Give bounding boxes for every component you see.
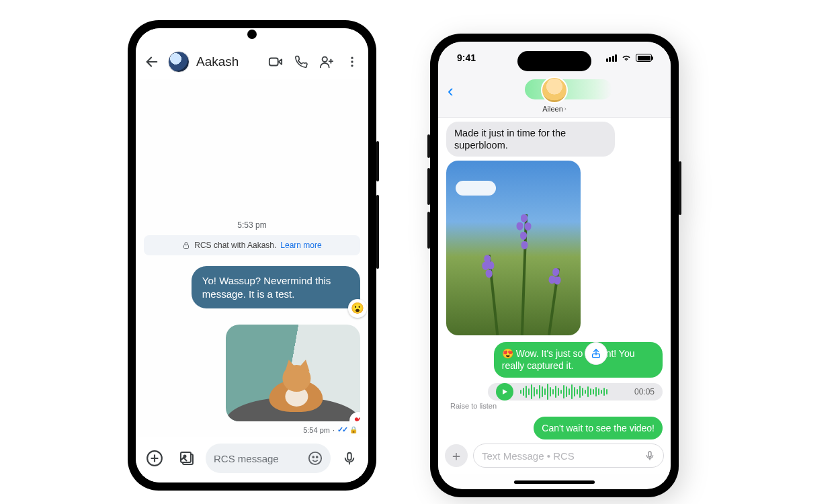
- audio-waveform: [520, 384, 628, 400]
- raise-to-listen-hint: Raise to listen: [450, 402, 497, 410]
- iphone-volume-down: [427, 212, 430, 249]
- outgoing-image-message[interactable]: ❤: [226, 325, 360, 421]
- svg-point-6: [351, 57, 353, 59]
- svg-point-15: [184, 456, 186, 458]
- audio-duration: 00:05: [634, 387, 655, 396]
- read-receipt-icon: ✓✓: [337, 425, 347, 434]
- incoming-message-text: Made it just in time for the superbloom.: [454, 128, 566, 151]
- iphone-side-button: [679, 161, 681, 215]
- svg-rect-1: [269, 58, 278, 66]
- chat-timestamp: 5:53 pm: [144, 220, 360, 230]
- contact-avatar[interactable]: [541, 77, 568, 103]
- android-phone-frame: Aakash 5:53 pm RCS chat with Aakash. Lea…: [128, 20, 376, 491]
- add-person-icon[interactable]: [317, 52, 336, 71]
- android-front-camera: [247, 30, 257, 39]
- outgoing-message-text: Yo! Wassup? Nevermind this message. It i…: [202, 275, 331, 300]
- message-placeholder: Text Message • RCS: [482, 450, 639, 462]
- voice-message-bubble[interactable]: 00:05: [488, 383, 663, 401]
- message-time: 5:54 pm: [303, 426, 330, 434]
- svg-marker-2: [279, 59, 282, 64]
- back-chevron-icon[interactable]: ‹: [448, 81, 454, 101]
- rcs-learn-more-link[interactable]: Learn more: [280, 241, 321, 250]
- outgoing-message-text: Can't wait to see the video!: [542, 423, 655, 433]
- share-button[interactable]: [585, 342, 607, 365]
- rcs-banner-text: RCS chat with Aakash.: [194, 241, 276, 250]
- dictation-icon[interactable]: [644, 450, 655, 461]
- outgoing-message-text: Wow. It's just so vibrant! You really ca…: [502, 348, 635, 371]
- message-input[interactable]: RCS message: [206, 444, 331, 473]
- message-input[interactable]: Text Message • RCS: [473, 444, 664, 468]
- outgoing-message-bubble-1[interactable]: 😍 Wow. It's just so vibrant! You really …: [494, 342, 663, 377]
- message-meta: 5:54 pm · ✓✓ 🔒: [303, 425, 358, 434]
- add-attachment-button[interactable]: ＋: [445, 444, 468, 467]
- contact-name: Aileen: [542, 105, 563, 113]
- cat-illustration: [262, 358, 326, 412]
- lock-icon: 🔒: [349, 426, 358, 433]
- android-screen: Aakash 5:53 pm RCS chat with Aakash. Lea…: [136, 28, 368, 482]
- svg-point-16: [309, 452, 321, 464]
- gallery-button[interactable]: [173, 445, 200, 472]
- android-compose-bar: RCS message: [136, 437, 368, 482]
- rcs-info-banner: RCS chat with Aakash. Learn more: [144, 235, 360, 255]
- emoji-button[interactable]: [308, 451, 323, 466]
- svg-point-8: [351, 65, 353, 67]
- iphone-volume-up: [427, 168, 430, 205]
- contact-name[interactable]: Aakash: [196, 54, 239, 69]
- add-attachment-button[interactable]: [141, 445, 168, 472]
- voice-call-icon[interactable]: [292, 52, 310, 71]
- incoming-message-bubble[interactable]: Made it just in time for the superbloom.: [446, 122, 615, 157]
- battery-icon: [636, 54, 652, 62]
- svg-marker-22: [503, 389, 507, 394]
- cellular-signal-icon: [606, 54, 618, 62]
- dynamic-island: [517, 51, 591, 71]
- outgoing-emoji: 😍: [502, 348, 513, 359]
- svg-rect-23: [648, 452, 651, 457]
- incoming-image-wrapper: [446, 161, 581, 342]
- android-volume-button: [376, 195, 379, 269]
- message-placeholder: RCS message: [214, 453, 301, 464]
- svg-rect-9: [184, 245, 189, 249]
- outgoing-message-bubble-2[interactable]: Can't wait to see the video!: [534, 417, 663, 439]
- android-power-button: [376, 141, 379, 181]
- svg-point-7: [351, 60, 353, 62]
- incoming-image-message[interactable]: [446, 161, 581, 335]
- message-reaction[interactable]: 😮: [348, 299, 367, 318]
- iphone-screen: 9:41 ‹ Aileen › Made it just in time for…: [438, 42, 671, 489]
- svg-point-3: [323, 57, 327, 62]
- play-button[interactable]: [496, 383, 513, 401]
- ios-compose-bar: ＋ Text Message • RCS: [438, 439, 671, 474]
- svg-point-18: [317, 456, 318, 458]
- wifi-icon: [621, 54, 632, 62]
- more-vert-icon[interactable]: [343, 52, 362, 71]
- outgoing-message-bubble[interactable]: Yo! Wassup? Nevermind this message. It i…: [192, 266, 360, 308]
- home-indicator[interactable]: [438, 474, 671, 489]
- video-call-icon[interactable]: [266, 52, 285, 71]
- voice-input-button[interactable]: [336, 445, 363, 472]
- back-arrow-icon[interactable]: [142, 52, 161, 71]
- iphone-mute-switch: [427, 134, 430, 158]
- android-chat-body[interactable]: 5:53 pm RCS chat with Aakash. Learn more…: [136, 79, 368, 437]
- svg-point-17: [312, 456, 314, 458]
- contact-name-row[interactable]: Aileen ›: [542, 105, 566, 113]
- lock-icon: [182, 241, 190, 249]
- ios-chat-body[interactable]: Made it just in time for the superbloom.: [438, 118, 671, 439]
- iphone-frame: 9:41 ‹ Aileen › Made it just in time for…: [430, 34, 679, 497]
- status-time: 9:41: [457, 52, 476, 63]
- svg-rect-19: [347, 453, 351, 460]
- header-accent: [525, 79, 612, 99]
- chevron-right-icon: ›: [564, 106, 566, 112]
- contact-avatar[interactable]: [168, 51, 190, 73]
